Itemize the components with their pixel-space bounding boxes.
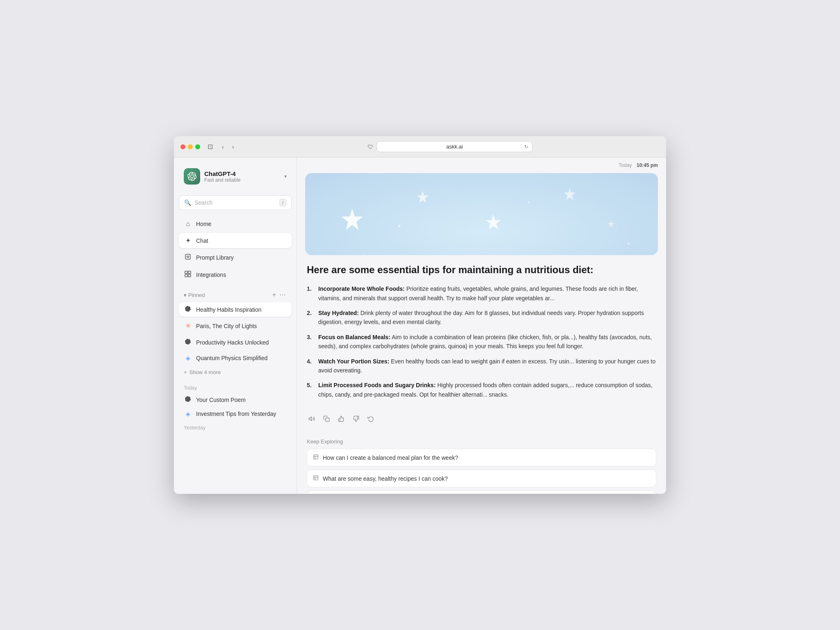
svg-rect-5 — [188, 274, 191, 277]
search-bar[interactable]: 🔍 Search / — [179, 195, 292, 210]
copy-button[interactable] — [322, 414, 331, 425]
svg-point-12 — [587, 231, 588, 233]
response-list-item: 3. Focus on Balanced Meals: Aim to inclu… — [307, 333, 656, 351]
svg-point-11 — [457, 237, 459, 238]
nav-label-integrations: Integrations — [196, 272, 226, 278]
app-container: ChatGPT-4 Fast and reliable ▾ 🔍 Search /… — [174, 158, 666, 494]
maximize-button[interactable] — [195, 144, 200, 149]
nav-label-prompt-library: Prompt Library — [196, 254, 234, 261]
openai-icon-2 — [184, 339, 192, 346]
pinned-label-healthy-habits: Healthy Habits Inspiration — [196, 306, 262, 313]
svg-point-8 — [528, 202, 530, 203]
pinned-item-productivity[interactable]: Productivity Hacks Unlocked — [179, 335, 292, 349]
main-content: Today 10:45 pm — [297, 158, 666, 494]
plus-icon: + — [184, 369, 187, 375]
svg-rect-18 — [314, 476, 318, 480]
pinned-label-quantum: Quantum Physics Simplified — [196, 355, 267, 361]
chat-icon: ✦ — [184, 237, 192, 244]
svg-rect-3 — [188, 271, 191, 274]
speaker-button[interactable] — [307, 414, 317, 425]
suggestion-item-1[interactable]: How can I create a balanced meal plan fo… — [307, 449, 656, 466]
address-wrapper: 🔒 ↻ — [377, 141, 532, 152]
url-input[interactable] — [377, 141, 532, 152]
item-num-3: 3. — [307, 333, 315, 351]
pinned-label-productivity: Productivity Hacks Unlocked — [196, 339, 269, 346]
thumbs-down-button[interactable] — [351, 414, 361, 425]
privacy-shield-icon: 🛡 — [368, 144, 373, 150]
refresh-icon[interactable]: ↻ — [524, 144, 528, 150]
pinned-label-paris: Paris, The City of Lights — [196, 323, 257, 329]
regenerate-button[interactable] — [366, 414, 376, 425]
suggestion-item-3[interactable]: How do healthy fats benefit my body? — [307, 491, 656, 494]
response-list: 1. Incorporate More Whole Foods: Priorit… — [307, 284, 656, 399]
search-icon: 🔍 — [184, 199, 191, 206]
pinned-section-actions: + ⋯ — [272, 291, 287, 299]
model-icon — [184, 168, 200, 185]
nav-label-chat: Chat — [196, 237, 208, 244]
nav-item-integrations[interactable]: Integrations — [179, 267, 292, 283]
item-num-2: 2. — [307, 308, 315, 327]
keep-exploring-section: Keep Exploring How can I create a balanc… — [297, 432, 666, 494]
today-section: Today Your Custom Poem ◈ Investment Tips… — [179, 383, 292, 421]
item-num-4: 4. — [307, 357, 315, 375]
pinned-section-header: ▾ Pinned + ⋯ — [179, 288, 292, 301]
nav-item-home[interactable]: ⌂ Home — [179, 217, 292, 231]
today-label-investment: Investment Tips from Yesterday — [196, 411, 276, 417]
forward-button[interactable]: › — [231, 143, 236, 151]
svg-rect-15 — [314, 455, 318, 459]
add-pin-button[interactable]: + — [272, 291, 277, 299]
chat-scroll[interactable]: Here are some essential tips for maintai… — [297, 173, 666, 494]
pinned-item-paris[interactable]: ✳ Paris, The City of Lights — [179, 318, 292, 333]
nav-item-chat[interactable]: ✦ Chat — [179, 233, 292, 248]
pinned-item-healthy-habits[interactable]: Healthy Habits Inspiration — [179, 302, 292, 317]
show-more-button[interactable]: + Show 4 more — [179, 367, 292, 378]
response-list-item: 1. Incorporate More Whole Foods: Priorit… — [307, 284, 656, 303]
address-bar: 🛡 🔒 ↻ — [257, 141, 643, 152]
thumbs-up-button[interactable] — [336, 414, 346, 425]
chat-header: Today 10:45 pm — [297, 158, 666, 173]
model-selector[interactable]: ChatGPT-4 Fast and reliable ▾ — [179, 164, 292, 189]
pinned-item-quantum[interactable]: ◈ Quantum Physics Simplified — [179, 351, 292, 365]
svg-point-7 — [398, 225, 400, 227]
suggestion-text-2: What are some easy, healthy recipes I ca… — [323, 475, 448, 482]
search-placeholder: Search — [194, 199, 276, 206]
response-list-item: 5. Limit Processed Foods and Sugary Drin… — [307, 381, 656, 399]
back-button[interactable]: ‹ — [220, 143, 226, 151]
nav-label-home: Home — [196, 221, 211, 227]
item-bold-5: Limit Processed Foods and Sugary Drinks: — [318, 382, 436, 388]
nav-item-prompt-library[interactable]: Prompt Library — [179, 250, 292, 265]
response-title: Here are some essential tips for maintai… — [307, 263, 656, 276]
home-icon: ⌂ — [184, 220, 192, 228]
svg-rect-2 — [185, 271, 187, 274]
today-item-custom-poem[interactable]: Your Custom Poem — [179, 393, 292, 407]
openai-icon — [184, 306, 192, 313]
close-button[interactable] — [180, 144, 185, 149]
svg-point-9 — [627, 242, 630, 245]
today-label: Today — [179, 383, 292, 393]
item-text-2: Stay Hydrated: Drink plenty of water thr… — [318, 308, 656, 327]
model-description: Fast and reliable — [204, 177, 280, 183]
svg-rect-6 — [305, 173, 658, 255]
integrations-icon — [184, 271, 192, 279]
timestamp-label: Today — [619, 162, 632, 168]
item-text-1: Incorporate More Whole Foods: Prioritize… — [318, 284, 656, 303]
suggestion-text-1: How can I create a balanced meal plan fo… — [323, 454, 458, 461]
item-text-3: Focus on Balanced Meals: Aim to include … — [318, 333, 656, 351]
minimize-button[interactable] — [188, 144, 193, 149]
response-list-item: 2. Stay Hydrated: Drink plenty of water … — [307, 308, 656, 327]
yesterday-label: Yesterday — [179, 422, 292, 432]
asterisk-icon: ✳ — [184, 322, 192, 330]
svg-rect-4 — [185, 274, 187, 277]
item-bold-3: Focus on Balanced Meals: — [318, 334, 390, 340]
model-info: ChatGPT-4 Fast and reliable — [204, 170, 280, 183]
suggestion-icon-2 — [313, 475, 319, 482]
suggestion-icon-1 — [313, 454, 319, 461]
suggestion-item-2[interactable]: What are some easy, healthy recipes I ca… — [307, 470, 656, 487]
today-item-investment[interactable]: ◈ Investment Tips from Yesterday — [179, 407, 292, 421]
browser-window: ⊡ ‹ › 🛡 🔒 ↻ Chat — [174, 136, 666, 494]
hero-banner — [305, 173, 658, 255]
show-more-label: Show 4 more — [189, 369, 221, 375]
pin-more-options-button[interactable]: ⋯ — [278, 291, 287, 299]
item-bold-1: Incorporate More Whole Foods: — [318, 285, 405, 292]
sidebar-toggle-button[interactable]: ⊡ — [205, 142, 215, 151]
